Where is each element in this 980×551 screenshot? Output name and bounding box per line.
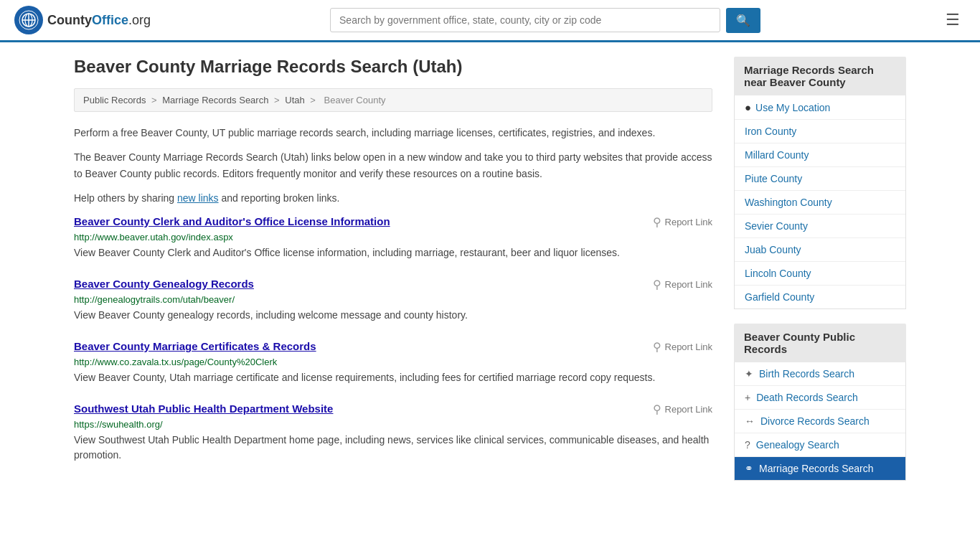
report-link-2[interactable]: ⚲ Report Link — [653, 340, 712, 354]
nearby-item-3: Piute County — [735, 167, 905, 191]
result-item: Southwest Utah Public Health Department … — [74, 402, 712, 463]
description-2: The Beaver County Marriage Records Searc… — [74, 149, 712, 182]
nearby-item-8: Garfield County — [735, 286, 905, 309]
search-input[interactable] — [330, 8, 720, 32]
result-item: Beaver County Clerk and Auditor's Office… — [74, 215, 712, 260]
description-3: Help others by sharing new links and rep… — [74, 190, 712, 206]
public-records-header: Beaver County Public Records — [734, 324, 906, 362]
description-1: Perform a free Beaver County, UT public … — [74, 125, 712, 141]
nearby-item-5: Sevier County — [735, 215, 905, 238]
pr-icon-1: + — [745, 392, 750, 403]
page-title: Beaver County Marriage Records Search (U… — [74, 57, 712, 77]
nearby-county-link-1[interactable]: Iron County — [745, 126, 796, 137]
nearby-item-4: Washington County — [735, 191, 905, 215]
pr-link-4[interactable]: Marriage Records Search — [759, 463, 874, 474]
report-link-3[interactable]: ⚲ Report Link — [653, 402, 712, 416]
content-area: Beaver County Marriage Records Search (U… — [74, 57, 712, 495]
pr-icon-2: ↔ — [745, 415, 755, 427]
pr-icon-0: ✦ — [745, 368, 753, 380]
location-icon: ● — [745, 101, 751, 113]
result-title-3[interactable]: Southwest Utah Public Health Department … — [74, 402, 333, 415]
result-url-3: https://swuhealth.org/ — [74, 419, 712, 430]
pr-icon-4: ⚭ — [745, 463, 753, 474]
new-links-link[interactable]: new links — [177, 192, 219, 204]
breadcrumb-public-records[interactable]: Public Records — [83, 95, 146, 105]
logo-text: CountyOffice.org — [47, 13, 151, 28]
report-icon-3: ⚲ — [653, 402, 661, 416]
breadcrumb-marriage[interactable]: Marriage Records Search — [162, 95, 268, 105]
report-icon-2: ⚲ — [653, 340, 661, 354]
logo-area: CountyOffice.org — [14, 6, 151, 34]
site-header: CountyOffice.org 🔍 ☰ — [0, 0, 980, 42]
nearby-county-link-8[interactable]: Garfield County — [745, 291, 814, 303]
result-desc-2: View Beaver County, Utah marriage certif… — [74, 370, 712, 385]
public-records-section: Beaver County Public Records ✦Birth Reco… — [734, 324, 906, 481]
report-label-1: Report Link — [665, 279, 712, 290]
breadcrumb-sep1: > — [151, 95, 159, 105]
pr-item-0: ✦Birth Records Search — [735, 362, 905, 386]
pr-item-3: ?Genealogy Search — [735, 433, 905, 457]
result-desc-0: View Beaver County Clerk and Auditor's O… — [74, 245, 712, 260]
results-container: Beaver County Clerk and Auditor's Office… — [74, 215, 712, 463]
nearby-item-0: ●Use My Location — [735, 95, 905, 120]
result-title-0[interactable]: Beaver County Clerk and Auditor's Office… — [74, 215, 390, 227]
report-link-0[interactable]: ⚲ Report Link — [653, 215, 712, 229]
nearby-section: Marriage Records Search near Beaver Coun… — [734, 57, 906, 309]
result-title-1[interactable]: Beaver County Genealogy Records — [74, 278, 254, 290]
result-header-2: Beaver County Marriage Certificates & Re… — [74, 340, 712, 354]
report-label-0: Report Link — [665, 217, 712, 227]
breadcrumb-current: Beaver County — [324, 95, 386, 105]
result-title-2[interactable]: Beaver County Marriage Certificates & Re… — [74, 340, 316, 352]
nearby-county-link-6[interactable]: Juab County — [745, 244, 801, 255]
report-label-2: Report Link — [665, 342, 712, 352]
use-location: ●Use My Location — [745, 101, 895, 113]
nearby-county-link-3[interactable]: Piute County — [745, 173, 802, 184]
nearby-county-link-5[interactable]: Sevier County — [745, 220, 808, 232]
result-url-1: http://genealogytrails.com/utah/beaver/ — [74, 294, 712, 305]
result-desc-3: View Southwest Utah Public Health Depart… — [74, 433, 712, 463]
search-icon: 🔍 — [736, 14, 750, 27]
nearby-county-link-4[interactable]: Washington County — [745, 197, 832, 208]
nearby-county-link-7[interactable]: Lincoln County — [745, 268, 811, 279]
logo-office: Office — [92, 13, 128, 27]
hamburger-icon: ☰ — [946, 11, 960, 29]
result-desc-1: View Beaver County genealogy records, in… — [74, 308, 712, 323]
nearby-item-2: Millard County — [735, 143, 905, 167]
pr-link-1[interactable]: Death Records Search — [756, 392, 858, 403]
nearby-list: ●Use My LocationIron CountyMillard Count… — [734, 95, 906, 309]
report-link-1[interactable]: ⚲ Report Link — [653, 278, 712, 291]
result-url-2: http://www.co.zavala.tx.us/page/County%2… — [74, 357, 712, 367]
public-records-list: ✦Birth Records Search+Death Records Sear… — [734, 362, 906, 481]
result-url-0: http://www.beaver.utah.gov/index.aspx — [74, 232, 712, 242]
breadcrumb-sep3: > — [310, 95, 318, 105]
search-area: 🔍 — [330, 8, 760, 33]
breadcrumb-sep2: > — [274, 95, 282, 105]
main-container: Beaver County Marriage Records Search (U… — [60, 42, 920, 509]
logo-icon — [14, 6, 43, 34]
nearby-header: Marriage Records Search near Beaver Coun… — [734, 57, 906, 95]
result-item: Beaver County Marriage Certificates & Re… — [74, 340, 712, 385]
search-button[interactable]: 🔍 — [726, 8, 760, 33]
pr-item-2: ↔Divorce Records Search — [735, 410, 905, 433]
report-label-3: Report Link — [665, 404, 712, 415]
menu-button[interactable]: ☰ — [940, 8, 966, 32]
result-header-3: Southwest Utah Public Health Department … — [74, 402, 712, 416]
desc3-pre: Help others by sharing — [74, 192, 177, 204]
result-header-0: Beaver County Clerk and Auditor's Office… — [74, 215, 712, 229]
breadcrumb-utah[interactable]: Utah — [285, 95, 304, 105]
result-item: Beaver County Genealogy Records ⚲ Report… — [74, 278, 712, 323]
result-header-1: Beaver County Genealogy Records ⚲ Report… — [74, 278, 712, 291]
nearby-item-7: Lincoln County — [735, 262, 905, 286]
pr-icon-3: ? — [745, 439, 750, 451]
nearby-county-link-2[interactable]: Millard County — [745, 149, 809, 161]
pr-item-1: +Death Records Search — [735, 386, 905, 410]
pr-link-0[interactable]: Birth Records Search — [759, 368, 854, 380]
pr-link-2[interactable]: Divorce Records Search — [760, 415, 870, 427]
nearby-item-1: Iron County — [735, 120, 905, 143]
nearby-item-6: Juab County — [735, 238, 905, 262]
pr-item-4: ⚭Marriage Records Search — [735, 457, 905, 480]
breadcrumb: Public Records > Marriage Records Search… — [74, 88, 712, 112]
report-icon-1: ⚲ — [653, 278, 661, 291]
use-location-link[interactable]: Use My Location — [755, 102, 830, 113]
pr-link-3[interactable]: Genealogy Search — [756, 439, 839, 451]
